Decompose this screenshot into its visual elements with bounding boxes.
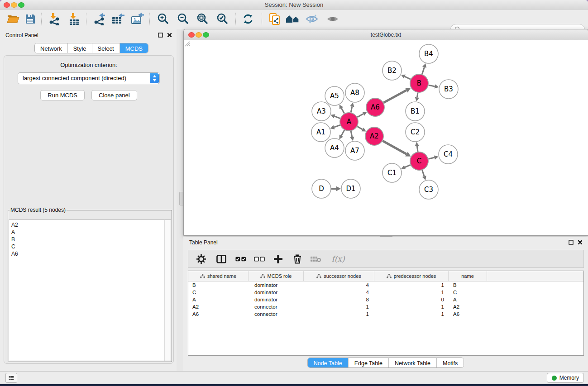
deselect-all-columns-button[interactable]: [254, 253, 265, 264]
export-table-button[interactable]: [110, 12, 126, 27]
run-mcds-button[interactable]: Run MCDS: [40, 90, 85, 100]
node-B4[interactable]: B4: [419, 44, 438, 63]
cell-successors[interactable]: 8: [304, 297, 374, 302]
column-header-name[interactable]: name: [449, 271, 487, 281]
column-header-shared-name[interactable]: shared name: [188, 271, 249, 281]
zoom-fit-button[interactable]: [195, 12, 210, 27]
table-row[interactable]: A6connector11A6: [188, 310, 583, 318]
close-panel-pushbutton[interactable]: Close panel: [91, 90, 137, 100]
node-B2[interactable]: B2: [382, 61, 402, 80]
edge-B-B3[interactable]: [429, 84, 439, 88]
cell-name[interactable]: C: [449, 290, 487, 295]
cell-shared-name[interactable]: A2: [188, 304, 249, 310]
memory-button[interactable]: Memory: [547, 373, 584, 383]
tab-motifs[interactable]: Motifs: [436, 358, 464, 367]
cell-mcds-role[interactable]: connector: [249, 311, 304, 317]
function-builder-button[interactable]: f(x): [330, 253, 346, 264]
cell-predecessors[interactable]: 1: [374, 290, 449, 295]
node-A5[interactable]: A5: [325, 86, 344, 105]
edge-C-C1[interactable]: [401, 165, 411, 169]
zoom-out-button[interactable]: [176, 12, 191, 27]
cell-mcds-role[interactable]: dominator: [249, 282, 304, 288]
edge-A-A2[interactable]: [357, 126, 366, 131]
cell-predecessors[interactable]: 1: [374, 282, 449, 288]
first-neighbors-button[interactable]: [285, 12, 301, 27]
edge-D-D1[interactable]: [331, 186, 341, 191]
edge-B-B4[interactable]: [422, 63, 426, 74]
node-C[interactable]: C: [410, 152, 428, 170]
save-session-button[interactable]: [23, 12, 38, 27]
cell-name[interactable]: B: [449, 282, 487, 288]
edge-A-A8[interactable]: [350, 103, 354, 113]
zoom-in-button[interactable]: [156, 12, 171, 27]
node-B1[interactable]: B1: [406, 102, 425, 121]
node-A8[interactable]: A8: [345, 83, 364, 102]
result-item[interactable]: B: [11, 236, 162, 243]
show-columns-button[interactable]: [216, 253, 227, 264]
result-scrollbar[interactable]: [164, 220, 171, 361]
close-panel-button[interactable]: [166, 31, 173, 38]
create-column-button[interactable]: [272, 253, 283, 264]
table-row[interactable]: Bdominator41B: [188, 281, 583, 289]
cell-name[interactable]: A2: [449, 304, 487, 310]
cell-mcds-role[interactable]: connector: [249, 304, 304, 310]
tab-edge-table[interactable]: Edge Table: [348, 358, 388, 367]
cell-mcds-role[interactable]: dominator: [249, 297, 304, 302]
node-A1[interactable]: A1: [311, 123, 330, 142]
resize-grip-icon[interactable]: [184, 40, 190, 47]
close-table-panel-button[interactable]: [576, 238, 583, 246]
cell-shared-name[interactable]: B: [188, 282, 249, 288]
cell-name[interactable]: A6: [449, 311, 487, 317]
table-settings-button[interactable]: [196, 253, 206, 264]
new-network-from-selection-button[interactable]: [267, 12, 282, 27]
cell-shared-name[interactable]: C: [188, 290, 249, 295]
edge-A2-C[interactable]: [382, 141, 411, 157]
node-A4[interactable]: A4: [325, 138, 344, 157]
result-item[interactable]: C: [11, 243, 162, 250]
table-row[interactable]: A2connector11A2: [188, 303, 583, 310]
column-header-predecessor-nodes[interactable]: predecessor nodes: [374, 271, 449, 281]
edge-A6-B[interactable]: [383, 88, 411, 103]
tab-network-table[interactable]: Network Table: [388, 358, 436, 367]
node-A2[interactable]: A2: [365, 127, 383, 145]
export-network-button[interactable]: [91, 12, 107, 27]
criterion-select[interactable]: largest connected component (directed): [18, 72, 160, 84]
node-B3[interactable]: B3: [439, 80, 458, 99]
node-C1[interactable]: C1: [382, 163, 402, 182]
delete-columns-button[interactable]: [292, 253, 303, 264]
node-A3[interactable]: A3: [312, 102, 331, 121]
import-network-button[interactable]: [47, 12, 62, 27]
table-row[interactable]: Cdominator41C: [188, 289, 583, 296]
float-panel-button[interactable]: [157, 31, 164, 38]
edge-A-A4[interactable]: [339, 130, 344, 139]
cell-successors[interactable]: 1: [304, 311, 374, 317]
cell-predecessors[interactable]: 1: [374, 304, 449, 310]
edge-A-A3[interactable]: [331, 114, 340, 118]
result-item[interactable]: A: [11, 229, 162, 236]
edge-A-A1[interactable]: [330, 125, 340, 129]
select-all-columns-button[interactable]: [235, 253, 246, 264]
show-all-button[interactable]: [325, 12, 340, 27]
edge-C-C4[interactable]: [428, 155, 438, 159]
network-canvas[interactable]: AA5A8A3A1A4A7A6A2BB4B2B3B1CC2C4C1C3DD1: [184, 40, 588, 235]
cell-shared-name[interactable]: A: [188, 297, 249, 302]
column-header-successor-nodes[interactable]: successor nodes: [304, 271, 374, 281]
export-image-button[interactable]: [130, 12, 145, 27]
cell-name[interactable]: A: [449, 297, 487, 302]
node-C2[interactable]: C2: [406, 123, 425, 142]
node-D1[interactable]: D1: [341, 179, 360, 198]
node-D[interactable]: D: [312, 179, 331, 198]
hide-selected-button[interactable]: [304, 12, 320, 27]
cell-shared-name[interactable]: A6: [188, 311, 249, 317]
float-table-panel-button[interactable]: [567, 238, 574, 246]
refresh-layout-button[interactable]: [240, 12, 256, 27]
delete-table-button[interactable]: [311, 253, 321, 264]
edge-B-B2[interactable]: [401, 75, 411, 79]
column-header-mcds-role[interactable]: MCDS role: [249, 271, 304, 281]
cell-predecessors[interactable]: 0: [374, 297, 449, 302]
show-panels-button[interactable]: [5, 373, 17, 383]
tab-mcds[interactable]: MCDS: [120, 43, 148, 53]
zoom-selected-button[interactable]: [215, 12, 230, 27]
result-item[interactable]: A6: [11, 250, 162, 257]
table-row[interactable]: Adominator80A: [188, 296, 583, 303]
